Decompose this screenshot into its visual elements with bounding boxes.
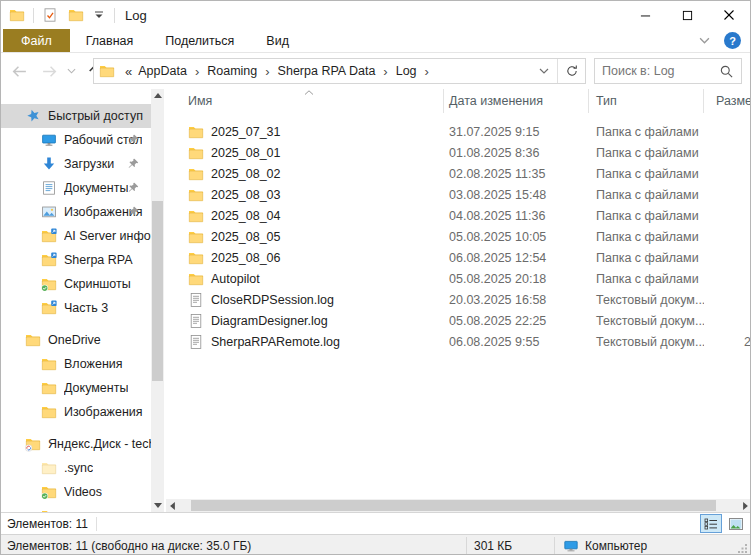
refresh-button[interactable] <box>558 59 585 83</box>
search-box[interactable] <box>594 58 742 84</box>
breadcrumb-segment[interactable]: AppData <box>138 64 187 78</box>
sidebar-item-label: Скриншоты <box>64 277 131 291</box>
folder-icon <box>41 356 57 372</box>
breadcrumb-segment[interactable]: Sherpa RPA Data <box>278 64 376 78</box>
file-row[interactable]: 2025_08_0303.08.2025 15:48Папка с файлам… <box>166 184 751 205</box>
maximize-button[interactable] <box>666 1 708 29</box>
file-row[interactable]: 2025_08_0505.08.2025 10:05Папка с файлам… <box>166 226 751 247</box>
folder-icon <box>188 187 204 203</box>
recent-locations-chevron-icon[interactable] <box>67 68 76 74</box>
sidebar-item-скриншоты[interactable]: Скриншоты <box>1 272 151 296</box>
scroll-right-icon[interactable] <box>739 499 751 512</box>
column-header-type[interactable]: Тип <box>589 89 704 113</box>
sidebar-item-документы[interactable]: Документы <box>1 176 151 200</box>
file-name: 2025_08_04 <box>211 209 281 223</box>
breadcrumb: «AppData›Roaming›Sherpa RPA Data›Log› <box>115 64 531 79</box>
sidebar-item-ai-server-информ[interactable]: AI Server информ <box>1 224 151 248</box>
column-header-name[interactable]: Имя <box>166 89 444 113</box>
scroll-down-icon[interactable] <box>151 499 164 512</box>
file-rows: 2025_07_3131.07.2025 9:15Папка с файлами… <box>166 121 751 352</box>
folder-icon <box>41 380 57 396</box>
breadcrumb-overflow[interactable]: « <box>125 64 132 79</box>
sidebar-item-документы[interactable]: Документы <box>1 376 151 400</box>
file-name: CloseRDPSession.log <box>211 293 334 307</box>
file-type: Текстовый докум... <box>589 335 704 349</box>
file-row[interactable]: 2025_08_0404.08.2025 11:36Папка с файлам… <box>166 205 751 226</box>
qat-properties-icon[interactable] <box>42 7 58 23</box>
column-header-size[interactable]: Размер <box>704 89 751 113</box>
close-button[interactable] <box>708 1 750 29</box>
sidebar-item-sherpa-rpa[interactable]: Sherpa RPA <box>1 248 151 272</box>
breadcrumb-chevron-icon[interactable]: › <box>425 65 429 78</box>
back-button[interactable] <box>11 63 28 80</box>
desktop-icon <box>41 132 57 148</box>
file-name: 2025_08_02 <box>211 167 281 181</box>
tab-view[interactable]: Вид <box>250 29 305 52</box>
file-type: Папка с файлами <box>589 167 704 181</box>
status-location: Компьютер <box>563 535 723 555</box>
sidebar-item-вложения[interactable]: Вложения <box>1 352 151 376</box>
explorer-window: Log Файл Главная Поделиться Вид ? «AppDa… <box>0 0 751 555</box>
sidebar-item-рабочий-стол[interactable]: Рабочий стол <box>1 128 151 152</box>
resize-grip[interactable] <box>737 543 748 554</box>
file-row[interactable]: SherpaRPARemote.log06.08.2025 9:55Тексто… <box>166 331 751 352</box>
sidebar-item-onedrive[interactable]: OneDrive <box>1 328 151 352</box>
sidebar-scrollbar-thumb[interactable] <box>152 201 163 381</box>
scroll-left-icon[interactable] <box>166 499 179 512</box>
sidebar-item-загрузки[interactable]: Загрузки <box>1 152 151 176</box>
file-row[interactable]: Autopilot05.08.2025 20:18Папка с файлами <box>166 268 751 289</box>
file-row[interactable]: 2025_08_0606.08.2025 12:54Папка с файлам… <box>166 247 751 268</box>
search-icon[interactable] <box>719 64 734 79</box>
file-row[interactable]: 2025_07_3131.07.2025 9:15Папка с файлами <box>166 121 751 142</box>
folder-icon <box>188 166 204 182</box>
address-bar[interactable]: «AppData›Roaming›Sherpa RPA Data›Log› <box>93 58 586 84</box>
tab-home[interactable]: Главная <box>70 29 150 52</box>
file-date: 31.07.2025 9:15 <box>444 125 589 139</box>
file-type: Текстовый докум... <box>589 293 704 307</box>
pin-icon <box>128 134 139 145</box>
qat-customize-dropdown-icon[interactable] <box>94 11 104 19</box>
breadcrumb-segment[interactable]: Log <box>396 64 417 78</box>
breadcrumb-chevron-icon[interactable]: › <box>383 65 387 78</box>
sidebar-item-часть-3[interactable]: Часть 3 <box>1 296 151 320</box>
sidebar-item-изображения[interactable]: Изображения <box>1 200 151 224</box>
sidebar-item-изображения[interactable]: Изображения <box>1 400 151 424</box>
sidebar-item-быстрый-доступ[interactable]: Быстрый доступ <box>1 104 151 128</box>
sidebar-scrollbar[interactable] <box>151 89 164 512</box>
navigation-pane: Быстрый доступРабочий столЗагрузкиДокуме… <box>1 89 151 512</box>
sidebar-item--sync[interactable]: .sync <box>1 456 151 480</box>
address-dropdown-chevron-icon[interactable] <box>531 68 557 74</box>
file-row[interactable]: CloseRDPSession.log20.03.2025 16:58Текст… <box>166 289 751 310</box>
help-icon[interactable]: ? <box>724 32 741 49</box>
horizontal-scrollbar[interactable] <box>166 499 751 512</box>
details-view-button[interactable] <box>700 514 722 533</box>
tab-file[interactable]: Файл <box>3 29 70 52</box>
large-icons-view-button[interactable] <box>725 514 747 533</box>
breadcrumb-chevron-icon[interactable]: › <box>195 65 199 78</box>
file-row[interactable]: 2025_08_0202.08.2025 11:35Папка с файлам… <box>166 163 751 184</box>
file-row[interactable]: 2025_08_0101.08.2025 8:36Папка с файлами <box>166 142 751 163</box>
folder-shortcut-icon <box>41 300 57 316</box>
breadcrumb-chevron-icon[interactable]: › <box>265 65 269 78</box>
status-bar: Элементов: 11 <box>1 512 750 534</box>
sidebar-item-videos[interactable]: Videos <box>1 480 151 504</box>
bottom-status-bar: Элементов: 11 (свободно на диске: 35.0 Г… <box>1 534 750 555</box>
file-row[interactable]: DiagramDesigner.log05.08.2025 22:25Текст… <box>166 310 751 331</box>
search-input[interactable] <box>595 64 719 78</box>
sidebar-item-label: Загрузки <box>64 157 114 171</box>
minimize-button[interactable] <box>624 1 666 29</box>
column-header-date[interactable]: Дата изменения <box>444 89 589 113</box>
ribbon-collapse-chevron-icon[interactable] <box>699 37 710 44</box>
sidebar-item-clipped[interactable] <box>1 504 151 512</box>
tab-share[interactable]: Поделиться <box>149 29 250 52</box>
horizontal-scrollbar-thumb[interactable] <box>191 500 716 511</box>
folder-pale-icon <box>41 460 57 476</box>
qat-new-folder-icon[interactable] <box>68 7 84 23</box>
breadcrumb-segment[interactable]: Roaming <box>207 64 257 78</box>
scroll-up-icon[interactable] <box>151 89 164 102</box>
pin-icon <box>128 158 139 169</box>
sidebar-item-яндекс-диск-tech[interactable]: Яндекс.Диск - tech <box>1 432 151 456</box>
pictures-icon <box>41 204 57 220</box>
forward-button[interactable] <box>41 63 58 80</box>
sidebar-item-label: Sherpa RPA <box>64 253 133 267</box>
